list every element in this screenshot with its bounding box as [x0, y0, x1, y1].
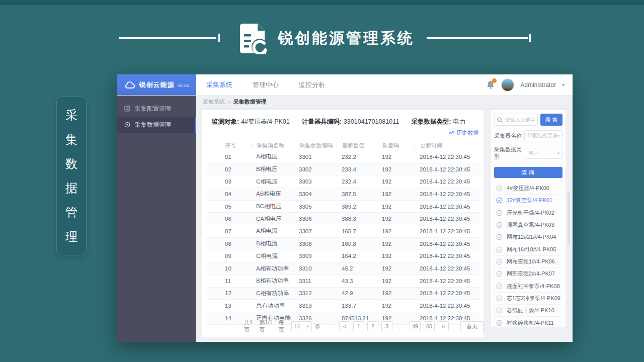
device-item[interactable]: 底面衬冲浆泵/4-PK08 [494, 280, 562, 292]
filter-select[interactable]: 电力 ▾ [526, 148, 562, 159]
notification-bell-icon[interactable] [487, 80, 495, 89]
scrollbar-thumb[interactable] [568, 191, 570, 245]
cell-quality-code: 192 [377, 154, 415, 160]
info-item: 监测对象:4#变压器/4-PK01 [212, 117, 290, 126]
column-header: 质量码 [377, 142, 415, 149]
check-circle-icon [496, 197, 503, 204]
table-row: 04 AB相电压 3304 387.5 192 2018-4-12 22:30:… [206, 188, 479, 201]
nav-tab[interactable]: 管理中心 [253, 80, 279, 89]
device-item[interactable]: 网部变频2#/4-PK07 [494, 268, 562, 280]
notification-badge [492, 78, 497, 83]
first-page-button[interactable]: 首页 [460, 321, 484, 331]
page-number-button[interactable]: 50 [424, 321, 435, 331]
breadcrumb-parent[interactable]: 采集系统 [203, 98, 225, 106]
cell-update-time: 2018-4-12 22:30:45 [415, 278, 479, 284]
filter-label: 采集数据类型 [494, 146, 526, 161]
device-name: 网布12#21#/4-PK04 [507, 233, 556, 241]
device-name: 网布变频1#/4-PK06 [507, 258, 555, 265]
cell-update-time: 2018-4-12 22:30:45 [415, 154, 479, 160]
device-item[interactable]: 芯1芯2冲浆泵/4-PK09 [494, 293, 562, 305]
device-item[interactable]: 4#变压器/4-PK00 [494, 183, 562, 195]
device-item[interactable]: 压光机干燥/4-PK02 [494, 207, 562, 219]
query-button[interactable]: 查询 [494, 167, 562, 178]
cell-latest-value: 133.7 [337, 303, 377, 309]
cell-item-name: 总有功功率 [251, 302, 294, 310]
search-box [494, 114, 538, 126]
prev-page-button[interactable]: < [339, 321, 350, 331]
device-item[interactable]: 网布12#21#/4-PK04 [494, 231, 562, 243]
brand-name: 锐创云能源 [139, 80, 174, 89]
cell-update-time: 2018-4-12 22:30:45 [415, 216, 479, 222]
device-item[interactable]: 网布16#18#/4-PK05 [494, 243, 562, 255]
table-row: 08 B相电流 3308 160.8 192 2018-4-12 22:30:4… [206, 238, 479, 250]
side-label-char: 据 [65, 182, 77, 194]
cell-update-time: 2018-4-12 22:30:45 [415, 191, 479, 197]
cell-update-time: 2018-4-12 22:30:45 [415, 241, 479, 247]
main-area: 采集系统 > 采集数据管理 监测对象:4#变压器/4-PK01 计量器具编码:3… [196, 96, 573, 342]
cell-update-time: 2018-4-12 22:30:45 [415, 303, 479, 309]
column-header: 序号 [206, 142, 251, 149]
page-number-button[interactable]: 1 [353, 321, 364, 331]
device-item[interactable]: 顶网真空泵/4-PK03 [494, 219, 562, 231]
page-number-button[interactable]: 3 [381, 321, 392, 331]
chevron-down-icon[interactable]: ▾ [562, 82, 565, 87]
next-page-button[interactable]: > [438, 321, 449, 331]
history-data-link[interactable]: 历史数据 [448, 129, 478, 137]
page-number-list: 123...4950 [352, 321, 436, 331]
device-item[interactable]: 衬浆碎浆机/4-PK11 [494, 317, 562, 329]
side-label-card: 采集数据管理 [56, 97, 87, 255]
cell-index: 05 [206, 204, 251, 210]
user-name[interactable]: Administrator [520, 81, 556, 88]
info-label: 监测对象: [212, 118, 239, 125]
pagination-summary: 共1页 第1/1页 每页 15 ▾ 条 [244, 319, 320, 334]
cell-item-name: B相电压 [251, 165, 294, 173]
cell-quality-code: 192 [377, 166, 415, 172]
app-brand[interactable]: 锐创云能源 V2.0.0 [117, 74, 196, 95]
search-button[interactable]: 搜 索 [540, 114, 562, 126]
cell-quality-code: 192 [377, 241, 415, 247]
cell-index: 08 [206, 241, 251, 247]
cell-index: 07 [206, 228, 251, 234]
side-label-char: 集 [65, 134, 77, 146]
per-page-select[interactable]: 15 ▾ [291, 321, 312, 331]
sidebar-item-collect-config[interactable]: 采集配置管理 [117, 101, 196, 117]
device-name: 衬浆碎浆机/4-PK11 [507, 319, 554, 327]
column-header: 更新时间 [415, 142, 479, 149]
check-circle-icon [496, 307, 503, 314]
breadcrumb-divider: > [227, 99, 230, 105]
cell-index: 09 [206, 253, 251, 259]
device-name: 网部变频2#/4-PK07 [507, 270, 555, 278]
filter-panel: 搜 索 采集器名称 1#配电柜采集器 ▾ 采集数据类型 [491, 110, 566, 328]
avatar[interactable] [501, 78, 514, 92]
page-number-button[interactable]: ... [395, 321, 407, 331]
nav-tab[interactable]: 采集系统 [206, 80, 232, 89]
table-row: 11 B相有功功率 3311 43.3 192 2018-4-12 22:30:… [206, 275, 479, 288]
check-circle-icon [496, 295, 503, 302]
cell-param-code: 3309 [294, 253, 337, 259]
check-circle-icon [496, 234, 503, 240]
top-accent-strip [0, 0, 644, 5]
collect-data-table: 序号 采集项名称 采集参数编码 最新数值 质量码 更新时间 01 A相电压 33… [206, 140, 479, 325]
nav-tab[interactable]: 监控分析 [299, 80, 325, 89]
table-body: 01 A相电压 3301 232.2 192 2018-4-12 22:30:4… [206, 151, 479, 325]
cell-item-name: C相电流 [251, 252, 294, 260]
cell-param-code: 3313 [294, 303, 337, 309]
document-sync-icon [238, 23, 268, 54]
header-divider-right [427, 37, 528, 39]
cell-latest-value: 233.4 [337, 166, 377, 172]
page-number-button[interactable]: 49 [410, 321, 421, 331]
filter-select[interactable]: 1#配电柜采集器 ▾ [524, 130, 562, 141]
per-page-prefix: 每页 [279, 319, 288, 334]
search-icon [497, 116, 503, 123]
device-item[interactable]: 12#真空泵/4-PK01 [494, 195, 562, 207]
cell-index: 11 [206, 278, 251, 284]
filter-row: 采集器名称 1#配电柜采集器 ▾ [494, 130, 562, 141]
device-item[interactable]: 网布变频1#/4-PK06 [494, 256, 562, 268]
cell-param-code: 3306 [294, 216, 337, 222]
data-card: 监测对象:4#变压器/4-PK01 计量器具编码:330104170108101… [201, 110, 484, 338]
sidebar-item-collect-data[interactable]: 采集数据管理 [117, 117, 196, 133]
cell-latest-value: 388.3 [337, 216, 377, 222]
info-label: 计量器具编码: [302, 118, 342, 125]
page-number-button[interactable]: 2 [367, 321, 378, 331]
device-item[interactable]: 卷纸缸干燥/4-PK10 [494, 305, 562, 317]
